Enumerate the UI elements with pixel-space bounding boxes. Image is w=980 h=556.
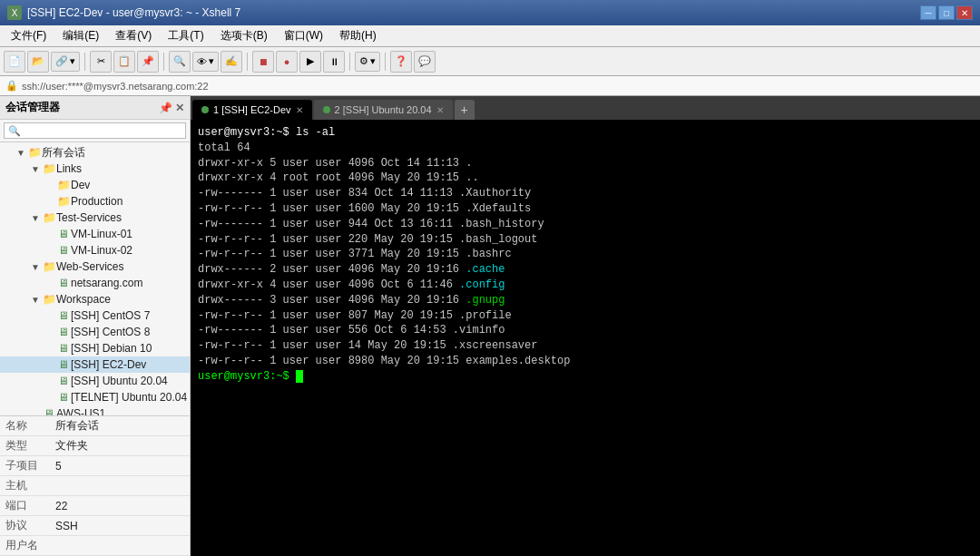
tree-item-links[interactable]: ▼ 📁 Links	[0, 161, 190, 177]
info-value-host	[50, 476, 190, 496]
sidebar-pin-icon[interactable]: 📌	[159, 102, 172, 114]
tree-item-workspace[interactable]: ▼ 📁 Workspace	[0, 291, 190, 307]
menu-item-4[interactable]: 选项卡(B)	[213, 26, 275, 45]
tree-item-centos8[interactable]: 🖥 [SSH] CentOS 8	[0, 324, 190, 340]
search-input[interactable]	[4, 122, 186, 139]
terminal-line-6: -rw------- 1 user user 944 Oct 13 16:11 …	[198, 217, 973, 232]
tree-item-netsarang[interactable]: 🖥 netsarang.com	[0, 275, 190, 291]
menu-item-2[interactable]: 查看(V)	[108, 26, 159, 45]
info-value-name: 所有会话	[50, 416, 190, 436]
menu-item-0[interactable]: 文件(F)	[4, 26, 54, 45]
folder-icon-production: 📁	[56, 195, 71, 208]
session-tree: ▼ 📁 所有会话 ▼ 📁 Links 📁 Dev	[0, 142, 190, 415]
view-dropdown[interactable]: 👁▾	[192, 52, 219, 72]
info-label-protocol: 协议	[0, 516, 50, 536]
sidebar-title: 会话管理器	[5, 100, 60, 115]
session-icon-vm02: 🖥	[56, 244, 71, 257]
info-value-type: 文件夹	[50, 436, 190, 456]
session-icon-aws: 🖥	[42, 407, 56, 415]
tab-close-1[interactable]: ✕	[296, 105, 303, 115]
tree-item-vm-linux-02[interactable]: 🖥 VM-Linux-02	[0, 242, 190, 258]
pause-button[interactable]: ⏸	[323, 51, 345, 73]
lock-icon: 🔒	[5, 80, 18, 92]
tree-item-dev[interactable]: 📁 Dev	[0, 177, 190, 193]
info-row-username: 用户名	[0, 536, 190, 556]
tab-dot-1	[201, 106, 209, 113]
tab-label-1: 1 [SSH] EC2-Dev	[213, 104, 291, 115]
expand-web-services[interactable]: ▼	[29, 262, 42, 272]
compose-button[interactable]: ✍	[220, 51, 242, 73]
menu-item-3[interactable]: 工具(T)	[161, 26, 211, 45]
cursor	[296, 370, 303, 383]
session-icon-centos8: 🖥	[56, 326, 71, 338]
menu-bar: 文件(F)编辑(E)查看(V)工具(T)选项卡(B)窗口(W)帮助(H)	[0, 25, 980, 47]
session-icon-netsarang: 🖥	[56, 277, 71, 289]
stop-button[interactable]: ⏹	[252, 51, 274, 73]
tab-close-2[interactable]: ✕	[436, 105, 444, 115]
paste-button[interactable]: 📌	[137, 51, 159, 73]
tree-item-production[interactable]: 📁 Production	[0, 193, 190, 210]
info-row-name: 名称 所有会话	[0, 416, 190, 436]
new-tab-button[interactable]: +	[455, 100, 475, 120]
window-title: [SSH] EC2-Dev - user@mysvr3: ~ - Xshell …	[27, 6, 915, 19]
search-button[interactable]: 🔍	[169, 51, 191, 73]
tree-item-centos7[interactable]: 🖥 [SSH] CentOS 7	[0, 307, 190, 324]
tree-label-centos8: [SSH] CentOS 8	[71, 326, 190, 338]
tree-item-aws-us1[interactable]: 🖥 AWS-US1	[0, 405, 190, 415]
tree-label-web-services: Web-Services	[56, 260, 190, 273]
terminal-line-7: -rw-r--r-- 1 user user 220 May 20 19:15 …	[198, 232, 973, 248]
info-row-port: 端口 22	[0, 496, 190, 516]
record2-button[interactable]: ▶	[299, 51, 321, 73]
terminal-output[interactable]: user@mysvr3:~$ ls -al total 64 drwxr-xr-…	[191, 120, 980, 556]
tree-item-telnet-ubuntu[interactable]: 🖥 [TELNET] Ubuntu 20.04	[0, 389, 190, 405]
info-label-type: 类型	[0, 436, 50, 456]
menu-item-1[interactable]: 编辑(E)	[55, 26, 106, 45]
info-row-children: 子项目 5	[0, 456, 190, 476]
tree-item-all-sessions[interactable]: ▼ 📁 所有会话	[0, 144, 190, 161]
tree-item-vm-linux-01[interactable]: 🖥 VM-Linux-01	[0, 226, 190, 242]
info-value-protocol: SSH	[50, 516, 190, 536]
info-value-username	[50, 536, 190, 556]
tab-ec2dev[interactable]: 1 [SSH] EC2-Dev ✕	[192, 100, 312, 120]
tree-label-ubuntu2004: [SSH] Ubuntu 20.04	[71, 375, 190, 387]
tree-item-debian10[interactable]: 🖥 [SSH] Debian 10	[0, 340, 190, 356]
connect-dropdown[interactable]: 🔗▾	[51, 52, 80, 72]
info-row-protocol: 协议 SSH	[0, 516, 190, 536]
info-label-name: 名称	[0, 416, 50, 436]
toolbar-separator-2	[163, 53, 164, 71]
expand-test-services[interactable]: ▼	[29, 213, 42, 223]
session-icon-ec2dev: 🖥	[56, 358, 71, 371]
open-button[interactable]: 📂	[27, 51, 49, 73]
session-icon-telnet: 🖥	[56, 391, 71, 404]
prompt-text: user@mysvr3:~$	[198, 370, 296, 383]
sidebar-search	[0, 120, 190, 142]
tab-ubuntu[interactable]: 2 [SSH] Ubuntu 20.04 ✕	[314, 100, 453, 120]
sidebar-close-icon[interactable]: ✕	[175, 102, 184, 114]
new-session-button[interactable]: 📄	[4, 51, 25, 73]
expand-workspace[interactable]: ▼	[29, 295, 42, 305]
expand-links[interactable]: ▼	[29, 164, 42, 174]
cut-button[interactable]: ✂	[90, 51, 112, 73]
tree-item-web-services[interactable]: ▼ 📁 Web-Services	[0, 258, 190, 275]
session-icon-centos7: 🖥	[56, 309, 71, 322]
minimize-button[interactable]: ─	[920, 5, 936, 20]
folder-icon-all: 📁	[27, 146, 42, 159]
expand-all[interactable]: ▼	[15, 148, 27, 158]
tree-item-ec2dev[interactable]: 🖥 [SSH] EC2-Dev	[0, 356, 190, 373]
menu-item-6[interactable]: 帮助(H)	[332, 26, 384, 45]
terminal-line-11: drwx------ 3 user user 4096 May 20 19:16…	[198, 293, 973, 308]
info-value-port: 22	[50, 496, 190, 516]
tree-item-test-services[interactable]: ▼ 📁 Test-Services	[0, 210, 190, 226]
options-dropdown[interactable]: ⚙▾	[355, 52, 380, 72]
address-bar: 🔒 ssh://user:****@mysvr3.netsarang.com:2…	[0, 76, 980, 96]
close-button[interactable]: ✕	[956, 5, 973, 20]
toolbar-separator-3	[247, 53, 248, 71]
record-button[interactable]: ●	[276, 51, 298, 73]
window-controls: ─ □ ✕	[920, 5, 973, 20]
tree-item-ubuntu2004[interactable]: 🖥 [SSH] Ubuntu 20.04	[0, 373, 190, 389]
chat-button[interactable]: 💬	[414, 51, 436, 73]
copy-button[interactable]: 📋	[113, 51, 135, 73]
menu-item-5[interactable]: 窗口(W)	[277, 26, 330, 45]
help-button[interactable]: ❓	[390, 51, 412, 73]
maximize-button[interactable]: □	[938, 5, 955, 20]
